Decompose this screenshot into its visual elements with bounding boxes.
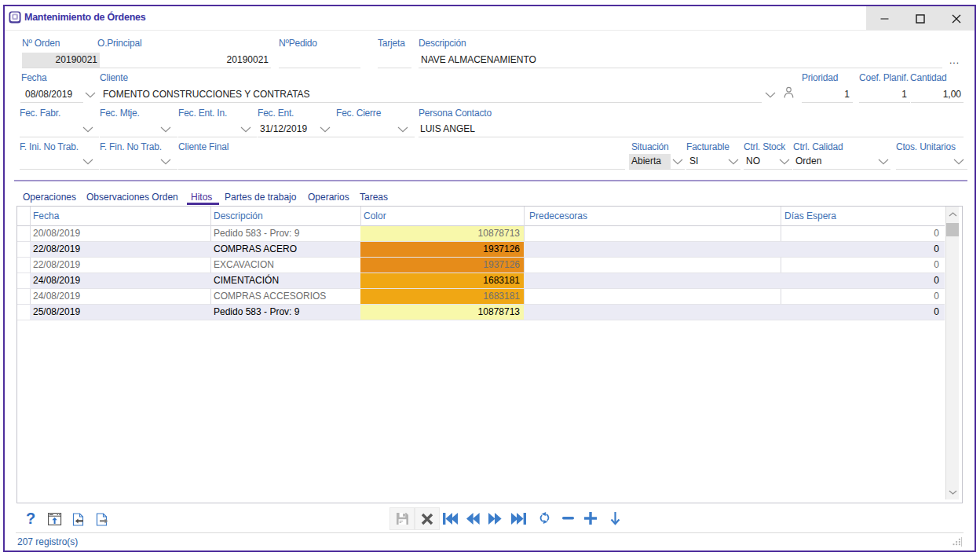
fec-fabr-dropdown-icon[interactable] bbox=[82, 126, 93, 133]
contact-person-icon[interactable] bbox=[782, 86, 795, 100]
scroll-down-icon[interactable] bbox=[949, 490, 957, 495]
cell-fecha: 22/08/2019 bbox=[33, 242, 207, 257]
ctos-unitarios-dropdown-icon[interactable] bbox=[953, 159, 964, 165]
first-record-button[interactable] bbox=[443, 513, 458, 525]
cell-descripcion: Pedido 583 - Prov: 9 bbox=[214, 226, 357, 241]
col-header-predecesoras[interactable]: Predecesoras bbox=[529, 210, 587, 221]
vertical-scrollbar[interactable] bbox=[945, 207, 959, 499]
col-header-descripcion[interactable]: Descripción bbox=[214, 210, 263, 221]
facturable-dropdown-icon[interactable] bbox=[728, 159, 739, 165]
refresh-button[interactable] bbox=[539, 511, 550, 525]
cantidad-label: Cantidad bbox=[910, 72, 946, 83]
save-button[interactable] bbox=[389, 507, 415, 530]
window-controls bbox=[866, 6, 975, 31]
tarjeta-label: Tarjeta bbox=[378, 38, 405, 49]
last-record-button[interactable] bbox=[511, 513, 526, 525]
close-button[interactable] bbox=[938, 6, 975, 31]
f-fin-no-trab-dropdown-icon[interactable] bbox=[160, 159, 171, 165]
ctrl-stock-dropdown-icon[interactable] bbox=[779, 159, 790, 165]
descripcion-field[interactable]: NAVE ALMACENAMIENTO bbox=[419, 53, 942, 68]
cell-descripcion: Pedido 583 - Prov: 9 bbox=[214, 305, 357, 320]
import-document-button[interactable] bbox=[72, 513, 85, 526]
ctos-unitarios-label: Ctos. Unitarios bbox=[896, 141, 956, 152]
coef-planif-field[interactable]: 1 bbox=[859, 87, 910, 103]
fec-ent-dropdown-icon[interactable] bbox=[320, 126, 331, 133]
ctrl-calidad-label: Ctrl. Calidad bbox=[793, 141, 843, 152]
ctrl-calidad-field[interactable]: Orden bbox=[793, 154, 890, 170]
record-count: 207 registro(s) bbox=[17, 536, 78, 547]
scroll-up-icon[interactable] bbox=[949, 212, 957, 217]
tab-partes-de-trabajo[interactable]: Partes de trabajo bbox=[225, 191, 296, 203]
tarjeta-field[interactable] bbox=[378, 53, 411, 68]
minimize-button[interactable] bbox=[866, 6, 902, 31]
tab-tareas[interactable]: Tareas bbox=[360, 191, 388, 203]
app-icon bbox=[9, 11, 21, 24]
form-separator bbox=[14, 180, 967, 181]
ctrl-calidad-dropdown-icon[interactable] bbox=[878, 159, 889, 165]
cliente-field[interactable]: FOMENTO CONSTRUCCIONES Y CONTRATAS bbox=[100, 87, 762, 103]
coef-planif-value: 1 bbox=[901, 89, 907, 100]
minimize-icon bbox=[880, 14, 889, 23]
prioridad-field[interactable]: 1 bbox=[802, 87, 853, 103]
facturable-value: SI bbox=[689, 155, 698, 166]
cliente-label: Cliente bbox=[100, 72, 128, 83]
cliente-final-field[interactable] bbox=[178, 154, 625, 170]
norden-field[interactable]: 20190021 bbox=[22, 53, 100, 68]
cell-descripcion: COMPRAS ACCESORIOS bbox=[214, 289, 357, 304]
fec-ent-in-label: Fec. Ent. In. bbox=[178, 108, 227, 119]
move-down-button[interactable] bbox=[610, 511, 620, 525]
fec-cierre-dropdown-icon[interactable] bbox=[397, 126, 408, 133]
cantidad-field[interactable]: 1,00 bbox=[911, 87, 964, 103]
ctrl-stock-label: Ctrl. Stock bbox=[744, 141, 785, 152]
application-root: Mantenimiento de Órdenes Nº Orden 201900… bbox=[0, 0, 980, 556]
table-row[interactable]: 25/08/2019 Pedido 583 - Prov: 9 10878713… bbox=[17, 305, 945, 320]
situacion-dropdown-icon[interactable] bbox=[672, 159, 683, 165]
cell-dias-espera: 0 bbox=[781, 289, 945, 304]
scrollbar-thumb[interactable] bbox=[946, 223, 959, 236]
cell-predecesoras bbox=[527, 258, 777, 273]
f-ini-no-trab-dropdown-icon[interactable] bbox=[82, 159, 93, 165]
help-button[interactable]: ? bbox=[26, 510, 35, 528]
table-row[interactable]: 22/08/2019 EXCAVACION 1937126 0 bbox=[17, 258, 945, 273]
tab-hitos[interactable]: Hitos bbox=[191, 191, 212, 203]
maximize-button[interactable] bbox=[902, 6, 938, 31]
previous-record-button[interactable] bbox=[466, 513, 480, 525]
col-header-fecha[interactable]: Fecha bbox=[33, 210, 59, 221]
tab-observaciones-orden[interactable]: Observaciones Orden bbox=[86, 191, 178, 203]
add-record-button[interactable] bbox=[584, 512, 597, 525]
norden-label: Nº Orden bbox=[22, 38, 60, 49]
cell-dias-espera: 0 bbox=[781, 305, 945, 320]
persona-contacto-field[interactable]: LUIS ANGEL bbox=[419, 122, 964, 137]
table-row[interactable]: 20/08/2019 Pedido 583 - Prov: 9 10878713… bbox=[17, 226, 945, 242]
col-header-color[interactable]: Color bbox=[364, 210, 386, 221]
tab-operarios[interactable]: Operarios bbox=[308, 191, 349, 203]
export-window-button[interactable] bbox=[48, 513, 62, 526]
cliente-dropdown-icon[interactable] bbox=[765, 92, 776, 98]
fec-ent-in-dropdown-icon[interactable] bbox=[240, 126, 251, 133]
npedido-field[interactable] bbox=[279, 53, 360, 68]
cell-color: 1683181 bbox=[360, 289, 524, 304]
cell-fecha: 24/08/2019 bbox=[33, 273, 207, 288]
tab-operaciones[interactable]: Operaciones bbox=[23, 191, 76, 203]
fec-fabr-label: Fec. Fabr. bbox=[20, 108, 60, 119]
next-record-button[interactable] bbox=[488, 513, 503, 525]
col-header-dias-espera[interactable]: Días Espera bbox=[784, 210, 836, 221]
descripcion-more-button[interactable]: ... bbox=[949, 55, 960, 66]
fec-mtje-dropdown-icon[interactable] bbox=[160, 126, 171, 133]
fecha-dropdown-icon[interactable] bbox=[85, 92, 96, 98]
cell-color: 10878713 bbox=[360, 226, 524, 241]
remove-record-button[interactable] bbox=[562, 517, 574, 520]
delete-button[interactable] bbox=[415, 507, 440, 530]
table-row[interactable]: 24/08/2019 COMPRAS ACCESORIOS 1683181 0 bbox=[17, 289, 945, 305]
oprincipal-field[interactable]: 20190021 bbox=[100, 53, 271, 68]
table-row[interactable]: 22/08/2019 COMPRAS ACERO 1937126 0 bbox=[17, 242, 945, 258]
table-row[interactable]: 24/08/2019 CIMENTACIÓN 1683181 0 bbox=[17, 273, 945, 289]
cell-dias-espera: 0 bbox=[781, 226, 945, 241]
coef-planif-label: Coef. Planif. bbox=[859, 72, 909, 83]
resize-grip[interactable] bbox=[953, 537, 964, 547]
fecha-field[interactable]: 08/08/2019 bbox=[20, 87, 83, 103]
npedido-label: NºPedido bbox=[279, 38, 317, 49]
close-icon bbox=[952, 14, 961, 24]
export-document-button[interactable] bbox=[96, 513, 108, 526]
facturable-label: Facturable bbox=[686, 141, 730, 152]
